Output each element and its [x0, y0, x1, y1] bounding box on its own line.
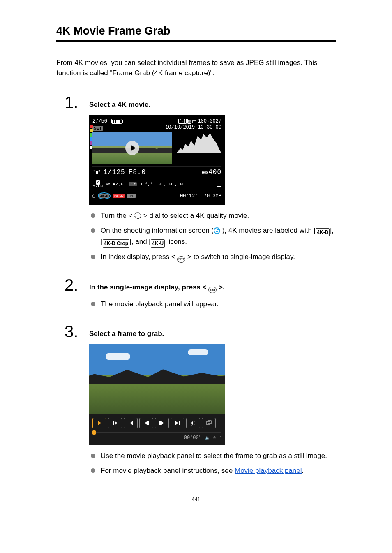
playback-panel-screenshot: MENU↩ [89, 344, 225, 445]
first-frame-button[interactable] [124, 418, 138, 428]
svg-rect-1 [113, 421, 114, 425]
card-icon: ▧ [187, 119, 191, 124]
set-badge: SET [92, 126, 103, 131]
set-button-icon [208, 287, 217, 293]
shutter-speed: 1/125 [104, 169, 125, 176]
send-icon: ⎙ [92, 194, 95, 199]
svg-marker-11 [175, 421, 178, 425]
movie-playback-panel-link[interactable]: Movie playback panel [235, 467, 302, 474]
battery-icon [111, 119, 122, 124]
aperture: F8.0 [129, 169, 146, 176]
intro-rule [56, 80, 336, 80]
step-3: 3. Select a frame to grab. MENU↩ [89, 330, 336, 476]
top-right-icons: [·] ▧ 🗀 100-0027 [178, 118, 221, 125]
sd-card-icon [217, 182, 221, 187]
svg-rect-8 [159, 421, 160, 425]
picture-style-badge: P-S [129, 182, 137, 186]
volume-icon: 🔈 [205, 435, 210, 440]
image-counter: 27/50 [92, 118, 107, 124]
svg-rect-12 [179, 421, 180, 425]
fps-badge: 29.97 [113, 194, 125, 198]
step1-bullet-3: In index display, press < > to switch to… [89, 252, 336, 263]
svg-marker-0 [98, 421, 101, 425]
page-title: 4K Movie Frame Grab [56, 25, 336, 37]
intro-paragraph: From 4K movies, you can select individua… [56, 58, 336, 78]
svg-marker-4 [130, 421, 133, 425]
step-1-number: 1. [65, 93, 78, 112]
iso-block: ISO400 [202, 169, 221, 176]
next-frame-button[interactable] [155, 418, 169, 428]
fourk-d-icon: 4K-D [316, 228, 330, 236]
step-3-number: 3. [65, 322, 78, 341]
step3-bullet-1: Use the movie playback panel to select t… [89, 451, 336, 461]
svg-rect-18 [208, 421, 211, 424]
mountain-decoration [89, 363, 225, 384]
document-page: 4K Movie Frame Grab From 4K movies, you … [28, 0, 364, 519]
file-number: 100-0027 [198, 118, 221, 124]
volume-up-icon[interactable]: ⌃ [219, 435, 221, 440]
extract-button[interactable] [202, 418, 216, 428]
svg-rect-17 [207, 421, 210, 425]
slow-play-button[interactable] [108, 418, 122, 428]
recording-row: ⎙ 4K-D 29.97 IPB 00'12" 70.3MB [92, 190, 221, 201]
step1-bullet-1: Turn the < > dial to select a 4K quality… [89, 211, 336, 221]
svg-rect-9 [160, 421, 161, 425]
ipb-badge: IPB [127, 194, 135, 198]
steps-list: 1. Select a 4K movie. 27/50 [·] ▧ 🗀 100-… [89, 101, 336, 476]
camera-info-screenshot: 27/50 [·] ▧ 🗀 100-0027 SET 10/10/2019 13… [89, 115, 225, 205]
duration: 00'12" [180, 193, 198, 199]
fourk-badge-highlighted: 4K-D [98, 192, 111, 199]
iso-label: ISO [202, 171, 208, 174]
movie-thumbnail [92, 132, 172, 164]
page-number: 441 [56, 496, 336, 502]
step1-bullet-2: On the shooting information screen ( ), … [89, 225, 336, 248]
fourk-badge: 4K-D [99, 194, 109, 198]
fourk-crop-icon: 4K-D Crop [103, 239, 129, 248]
playback-controls: 00'00" 🔈 0 ⌃ [89, 414, 225, 445]
elapsed-time: 00'00" [184, 435, 202, 441]
volume-level: 0 [213, 436, 216, 440]
folder-icon: 🗀 [192, 118, 197, 125]
title-rule [56, 40, 336, 42]
step-2: 2. In the single-image display, press < … [89, 283, 336, 310]
progress-bar[interactable] [92, 432, 221, 433]
step2-bullet-1: The movie playback panel will appear. [89, 299, 336, 310]
info-link-icon[interactable] [214, 227, 220, 234]
cloud-decoration [106, 353, 130, 360]
step3-bullet-2: For movie playback panel instructions, s… [89, 465, 336, 476]
fourk-u-icon: 4K-U [151, 239, 165, 248]
rating-icon: [·] [178, 119, 187, 124]
svg-rect-3 [129, 421, 129, 425]
set-button-icon [177, 256, 185, 263]
frame-grab-button[interactable] [186, 418, 200, 428]
picture-style-values: 3,*,*, 0 , 0 , 0 [139, 182, 183, 187]
step-1-title: Select a 4K movie. [89, 101, 336, 109]
movie-mode-icon: '■M [92, 169, 100, 176]
step-1: 1. Select a 4K movie. 27/50 [·] ▧ 🗀 100-… [89, 101, 336, 263]
svg-rect-7 [148, 421, 149, 425]
last-frame-button[interactable] [171, 418, 184, 428]
filesize: 70.3MB [204, 193, 221, 199]
prev-frame-button[interactable] [139, 418, 153, 428]
movie-frame [89, 344, 225, 414]
svg-rect-6 [148, 421, 148, 425]
wb-shift: A2,G1 [113, 182, 126, 187]
step-2-number: 2. [65, 276, 78, 294]
step-2-title: In the single-image display, press < >. [89, 283, 336, 293]
datetime: 10/10/2019 13:30:00 [165, 125, 221, 130]
wb-row: K 5200 WB A2,G1 P-S 3,*,*, 0 , 0 , 0 [92, 178, 221, 190]
iso-value: 400 [208, 169, 221, 176]
svg-marker-5 [145, 421, 148, 425]
dial-icon [134, 212, 141, 219]
exposure-row: '■M 1/125 F8.0 ISO400 [92, 166, 221, 178]
histogram [176, 132, 221, 153]
cloud-decoration [188, 349, 208, 355]
progress-handle[interactable] [92, 430, 96, 435]
play-overlay-icon [125, 141, 139, 155]
kelvin-value: 5200 [92, 185, 103, 188]
wb-label: WB [106, 182, 110, 186]
svg-marker-2 [115, 421, 118, 425]
svg-marker-10 [161, 421, 164, 425]
play-button[interactable] [92, 418, 106, 428]
step-3-title: Select a frame to grab. [89, 330, 336, 338]
